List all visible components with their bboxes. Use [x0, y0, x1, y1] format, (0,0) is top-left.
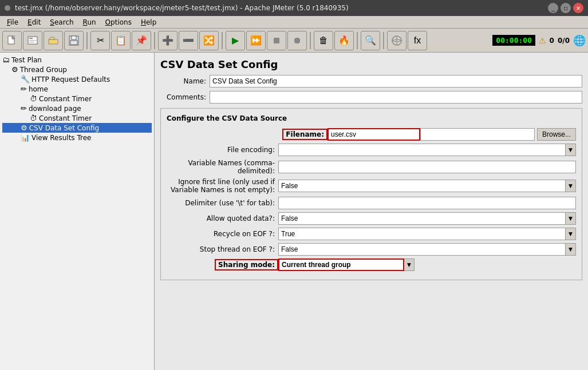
svg-rect-8 [70, 41, 77, 45]
save-button[interactable] [64, 31, 84, 50]
tree-node-constant-timer-1[interactable]: ⏱Constant Timer [2, 94, 152, 104]
recycle-eof-input[interactable] [278, 228, 566, 240]
toggle-button[interactable]: 🔀 [199, 31, 219, 50]
svg-rect-5 [29, 42, 34, 42]
menu-options[interactable]: Options [101, 17, 136, 27]
allow-quoted-row: Allow quoted data?: ▼ [167, 212, 576, 225]
start-nopause-button[interactable]: ⏩ [246, 31, 266, 50]
stop-thread-row: Stop thread on EOF ?: ▼ [167, 243, 576, 256]
browse-button[interactable]: Browse... [537, 128, 576, 141]
tree-node-icon-thread-group: ⚙ [11, 65, 18, 74]
panel-title: CSV Data Set Config [160, 58, 582, 70]
start-button[interactable]: ▶ [226, 31, 245, 50]
tree-node-view-results-tree[interactable]: 📊View Results Tree [2, 133, 152, 142]
tree-node-icon-constant-timer-2: ⏱ [30, 114, 37, 122]
ignore-first-line-input[interactable] [278, 180, 566, 192]
maximize-button[interactable]: □ [561, 3, 571, 13]
name-input[interactable] [210, 75, 582, 87]
cut-button[interactable]: ✂ [90, 31, 110, 50]
expand-button[interactable]: ➕ [158, 31, 177, 50]
filename-extra-input[interactable] [420, 128, 535, 141]
svg-rect-7 [72, 36, 76, 39]
menu-run[interactable]: Run [78, 17, 101, 27]
function-helper-button[interactable]: fx [408, 31, 427, 50]
window-controls: _ □ ✕ [548, 3, 583, 13]
stop-button[interactable]: ⏹ [267, 31, 286, 50]
collapse-button[interactable]: ➖ [179, 31, 198, 50]
allow-quoted-input[interactable] [278, 212, 566, 225]
copy-button[interactable]: 📋 [111, 31, 131, 50]
config-section: Configure the CSV Data Source Filename: … [160, 108, 582, 280]
tree-node-icon-view-results-tree: 📊 [21, 133, 30, 142]
sharing-mode-arrow[interactable]: ▼ [404, 258, 415, 271]
recycle-eof-arrow[interactable]: ▼ [566, 228, 576, 240]
shutdown-button[interactable]: ⏺ [287, 31, 307, 50]
svg-rect-4 [29, 40, 36, 41]
minimize-button[interactable]: _ [548, 3, 558, 13]
ignore-first-line-label: Ignore first line (only used if Variable… [167, 178, 278, 194]
tree-node-csv-data-set[interactable]: ⚙CSV Data Set Config [2, 123, 152, 133]
search-button[interactable]: 🔍 [361, 31, 380, 50]
warning-icon: ⚠ [539, 36, 546, 45]
elapsed-time: 00:00:00 [492, 35, 535, 46]
sharing-mode-input[interactable] [278, 258, 404, 271]
clear-all-button[interactable]: 🔥 [334, 31, 354, 50]
recycle-eof-label: Recycle on EOF ?: [214, 230, 278, 238]
tree-node-label-test-plan: Test Plan [11, 56, 42, 64]
menu-file[interactable]: File [2, 17, 23, 27]
tree-node-thread-group[interactable]: ⚙Thread Group [2, 65, 152, 74]
filename-label: Filename: [282, 129, 327, 140]
config-section-title: Configure the CSV Data Source [167, 114, 576, 122]
tree-node-label-constant-timer-2: Constant Timer [39, 114, 92, 122]
remote-button[interactable] [387, 31, 407, 50]
tree-node-icon-home: ✏ [21, 85, 27, 93]
tree-node-label-download-page: download page [29, 105, 81, 113]
tree-node-icon-csv-data-set: ⚙ [21, 124, 27, 132]
paste-button[interactable]: 📌 [132, 31, 151, 50]
menu-help[interactable]: Help [136, 17, 161, 27]
svg-rect-3 [29, 38, 33, 39]
left-panel: 🗂Test Plan⚙Thread Group🔧HTTP Request Def… [0, 53, 155, 370]
templates-button[interactable] [23, 31, 42, 50]
menu-search[interactable]: Search [45, 17, 78, 27]
comments-row: Comments: [160, 91, 582, 104]
filename-input[interactable] [327, 128, 420, 141]
open-button[interactable] [44, 31, 63, 50]
delimiter-input[interactable] [278, 197, 576, 209]
tree-node-constant-timer-2[interactable]: ⏱Constant Timer [2, 113, 152, 123]
file-encoding-input[interactable] [278, 144, 566, 156]
clear-button[interactable]: 🗑 [314, 31, 333, 50]
name-row: Name: [160, 75, 582, 87]
new-button[interactable] [2, 31, 22, 50]
variable-names-label: Variable Names (comma-delimited): [167, 159, 278, 175]
variable-names-input[interactable] [278, 161, 576, 173]
delimiter-label: Delimiter (use '\t' for tab): [185, 199, 278, 207]
tree-node-home[interactable]: ✏home [2, 84, 152, 94]
app-icon [5, 5, 10, 11]
timer-display: 00:00:00 ⚠ 0 0/0 🌐 [492, 34, 586, 46]
file-encoding-dropdown-arrow[interactable]: ▼ [566, 144, 576, 156]
tree-node-label-constant-timer-1: Constant Timer [39, 95, 92, 103]
menu-edit[interactable]: Edit [23, 17, 45, 27]
tree-node-label-http-defaults: HTTP Request Defaults [31, 75, 110, 83]
right-panel: CSV Data Set Config Name: Comments: Conf… [155, 53, 588, 370]
name-label: Name: [160, 77, 206, 85]
ignore-first-line-arrow[interactable]: ▼ [566, 180, 576, 192]
close-button[interactable]: ✕ [573, 3, 583, 13]
file-encoding-label: File encoding: [227, 146, 278, 154]
stop-thread-arrow[interactable]: ▼ [566, 243, 576, 256]
comments-input[interactable] [210, 91, 582, 104]
tree-node-http-defaults[interactable]: 🔧HTTP Request Defaults [2, 74, 152, 84]
sharing-mode-row: Sharing mode: ▼ [167, 258, 576, 271]
tree-node-icon-constant-timer-1: ⏱ [30, 94, 37, 103]
tree-node-label-csv-data-set: CSV Data Set Config [29, 124, 100, 132]
variable-names-row: Variable Names (comma-delimited): [167, 159, 576, 175]
allow-quoted-label: Allow quoted data?: [207, 214, 278, 222]
allow-quoted-arrow[interactable]: ▼ [566, 212, 576, 225]
tree-node-test-plan[interactable]: 🗂Test Plan [2, 55, 152, 65]
tree-node-icon-download-page: ✏ [21, 104, 27, 113]
ratio-display: 0/0 [558, 37, 570, 45]
tree-node-download-page[interactable]: ✏download page [2, 104, 152, 113]
file-encoding-row: File encoding: ▼ [167, 144, 576, 156]
stop-thread-input[interactable] [278, 243, 566, 256]
